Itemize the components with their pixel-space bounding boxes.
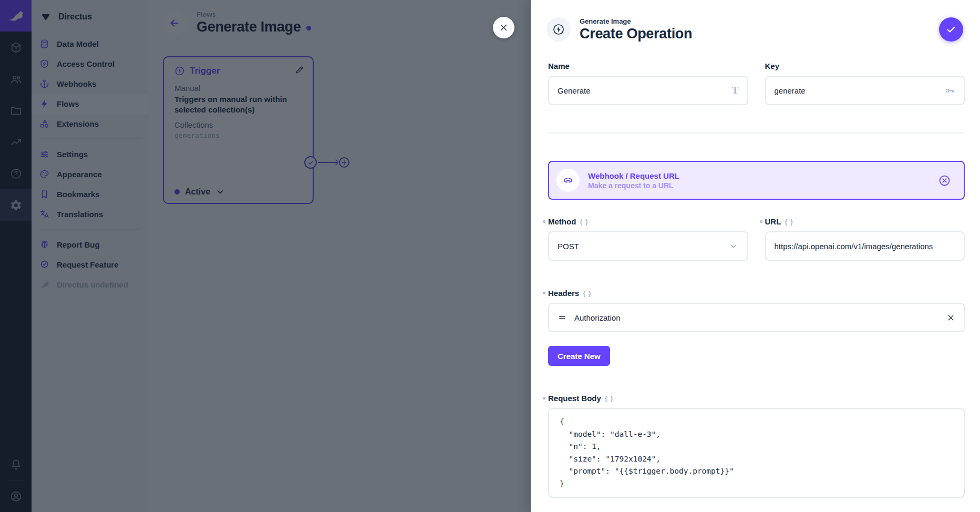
operation-type-title: Webhook / Request URL — [588, 171, 930, 180]
deselect-type-button[interactable] — [938, 174, 951, 187]
modal-overlay[interactable] — [0, 0, 531, 512]
operation-bolt-circle-icon — [546, 17, 571, 42]
raw-value-icon[interactable]: { } — [605, 394, 614, 402]
header-row-value[interactable]: Authorization — [574, 313, 939, 322]
required-dot — [760, 220, 762, 223]
create-operation-drawer: Generate Image Create Operation Name T K… — [531, 0, 980, 512]
drawer-header: Generate Image Create Operation — [531, 0, 980, 59]
url-field-label: URL — [765, 217, 781, 226]
code-line: "model": "dall-e-3", — [560, 428, 953, 441]
create-new-button[interactable]: Create New — [548, 346, 610, 366]
title-format-icon[interactable]: T — [732, 85, 739, 96]
code-line: "n": 1, — [560, 441, 953, 453]
required-dot — [543, 292, 545, 294]
name-field-group: Name T — [548, 60, 748, 105]
code-line: "size": "1792x1024", — [560, 453, 953, 466]
drawer-title: Create Operation — [580, 26, 692, 42]
required-dot — [543, 220, 545, 223]
method-field-group: Method { } POST — [548, 216, 748, 261]
operation-type-banner[interactable]: Webhook / Request URL Make a request to … — [548, 161, 965, 200]
request-body-editor[interactable]: { "model": "dall-e-3", "n": 1, "size": "… — [548, 408, 965, 498]
name-field-label: Name — [548, 62, 570, 70]
check-icon — [945, 24, 957, 35]
remove-header-icon[interactable] — [946, 313, 955, 322]
key-input[interactable] — [775, 86, 938, 95]
link-icon — [556, 169, 580, 192]
code-line: } — [560, 478, 953, 490]
chevron-down-icon — [728, 241, 739, 251]
key-icon — [944, 85, 955, 96]
key-field-label: Key — [765, 62, 780, 70]
close-icon — [499, 23, 509, 33]
raw-value-icon[interactable]: { } — [583, 289, 592, 297]
close-drawer-button[interactable] — [493, 17, 514, 38]
url-input[interactable] — [775, 242, 956, 251]
method-field-label: Method — [548, 217, 576, 226]
headers-field-label: Headers — [548, 289, 579, 298]
key-field-group: Key — [765, 60, 965, 105]
operation-type-subtitle: Make a request to a URL — [588, 181, 930, 190]
request-body-label: Request Body — [548, 394, 601, 403]
name-input[interactable] — [558, 86, 726, 95]
section-divider — [548, 132, 965, 134]
save-button[interactable] — [939, 17, 963, 42]
required-dot — [543, 397, 545, 400]
code-line: { — [560, 416, 953, 428]
raw-value-icon[interactable]: { } — [580, 218, 589, 226]
url-field-group: URL { } — [765, 216, 965, 261]
header-row: Authorization — [548, 303, 965, 332]
method-select-value: POST — [558, 242, 579, 251]
raw-value-icon[interactable]: { } — [785, 218, 793, 226]
drag-handle-icon[interactable] — [558, 313, 567, 322]
method-select[interactable]: POST — [548, 231, 748, 261]
drawer-breadcrumb[interactable]: Generate Image — [580, 17, 692, 25]
code-line: "prompt": "{{$trigger.body.prompt}}" — [560, 465, 953, 478]
